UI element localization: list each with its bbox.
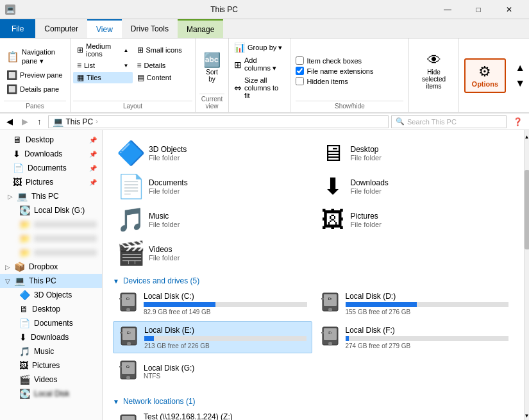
maximize-button[interactable]: □ [464,0,493,19]
network-section-title: Network locations (1) [123,397,196,406]
tile-name: Music [149,212,180,221]
help-button[interactable]: ❓ [509,116,526,128]
close-button[interactable]: ✕ [494,0,524,19]
sort-by-button[interactable]: 🔤 Sort by [199,49,224,85]
minimize-button[interactable]: — [433,0,462,19]
file-extensions-label[interactable]: File name extensions [296,67,403,75]
sidebar-item-pictures[interactable]: 🖼 Pictures [0,358,102,373]
tile-name: 3D Objects [149,145,187,154]
item-checkboxes-checkbox[interactable] [296,56,304,65]
scroll-down-arrow[interactable]: ▼ [525,409,530,420]
file-extensions-checkbox[interactable] [296,67,304,75]
drive-f-free: 274 GB free of 279 GB [346,342,509,349]
sidebar-item-downloads-quick[interactable]: ⬇ Downloads 📌 [0,147,102,161]
sidebar-label: This PC [29,276,56,285]
network-z-icon [118,411,139,420]
sidebar-item-localdisk-g[interactable]: 💽 Local Disk (G:) [0,203,102,217]
tab-view[interactable]: View [87,19,122,38]
sidebar-item-videos[interactable]: 🎬 Videos [0,373,102,387]
tile-info: Downloads File folder [351,178,389,195]
scroll-up-arrow[interactable]: ▲ [525,130,530,143]
size-all-columns-button[interactable]: ⇔ Size all columns to fit [231,75,287,101]
sidebar-item-documents-quick[interactable]: 📄 Documents 📌 [0,161,102,175]
sidebar-label: Downloads [31,333,69,342]
sidebar-item-dropbox[interactable]: ▷ 📦 Dropbox [0,260,102,274]
sidebar: 🖥 Desktop 📌 ⬇ Downloads 📌 📄 Documents 📌 … [0,130,103,420]
hidden-items-checkbox[interactable] [296,77,304,85]
ribbon-group-view-extra: 📊 Group by ▾ ⊞ Add columns ▾ ⇔ Size all … [229,38,290,112]
sidebar-item-desktop[interactable]: 🖥 Desktop [0,302,102,316]
sidebar-item-localdisk-g2[interactable]: 💽 Local Disk [0,387,102,401]
tab-drive-tools[interactable]: Drive Tools [122,19,178,38]
expand-icon: ▷ [5,264,10,271]
svg-text:D:: D: [328,297,332,301]
drive-item-e[interactable]: E: Local Disk (E:) 213 GB free of 226 GB [113,321,312,353]
svg-rect-18 [321,332,324,333]
pin-icon: 📌 [89,151,97,158]
tile-pictures[interactable]: 🖼 Pictures File folder [315,205,514,235]
tab-manage[interactable]: Manage [178,19,223,38]
item-checkboxes-label[interactable]: Item check boxes [296,56,403,65]
sidebar-item-downloads[interactable]: ⬇ Downloads [0,330,102,344]
sidebar-item-blurred-1[interactable]: 📁 [0,217,102,231]
options-button[interactable]: ⚙ Options [464,58,507,93]
main-layout: 🖥 Desktop 📌 ⬇ Downloads 📌 📄 Documents 📌 … [0,130,529,420]
list-button[interactable]: ≡ List ▼ [73,60,133,71]
tile-type: File folder [149,254,180,262]
sidebar-item-documents[interactable]: 📄 Documents [0,316,102,330]
back-button[interactable]: ◀ [3,115,17,128]
tab-file[interactable]: File [0,19,35,38]
sidebar-item-blurred-2[interactable]: 📁 [0,231,102,246]
ribbon-scroll-down[interactable]: ▼ [514,76,526,90]
details-pane-button[interactable]: 🔲 Details pane [4,83,66,96]
medium-icons-button[interactable]: ⊞ Medium icons ▲ [73,41,133,59]
address-input[interactable]: 💻 This PC › [48,115,389,128]
sidebar-label: Music [34,347,54,356]
ribbon-scroll-up[interactable]: ▲ [514,61,526,75]
sidebar-item-music[interactable]: 🎵 Music [0,344,102,358]
scrollbar[interactable]: ▲ ▼ [524,130,529,420]
scroll-thumb[interactable] [525,170,530,250]
drive-item-c[interactable]: C: Local Disk (C:) 82.9 GB free of 149 G… [113,288,312,319]
network-section-header[interactable]: ▼ Network locations (1) [113,392,514,408]
details-button[interactable]: ≡ Details [133,60,193,71]
drive-item-f[interactable]: F: Local Disk (F:) 274 GB free of 279 GB [315,321,514,353]
hide-selected-button[interactable]: 👁 Hide selected items [412,49,455,92]
tab-computer[interactable]: Computer [35,19,87,38]
forward-button[interactable]: ▶ [18,115,32,128]
sidebar-item-blurred-3[interactable]: 📁 [0,246,102,260]
tile-videos[interactable]: 🎬 Videos File folder [113,238,312,269]
tile-desktop[interactable]: 🖥 Desktop File folder [315,138,514,169]
preview-pane-button[interactable]: 🔲 Preview pane [4,69,66,81]
sidebar-item-thispc-active[interactable]: ▽ 💻 This PC [0,274,102,288]
tile-downloads[interactable]: ⬇ Downloads File folder [315,171,514,202]
drive-item-g[interactable]: G: Local Disk (G:) NTFS [113,356,312,387]
devices-section-header[interactable]: ▼ Devices and drives (5) [113,271,514,288]
title-bar-icons: 💻 [5,4,15,15]
sidebar-item-pictures-quick[interactable]: 🖼 Pictures 📌 [0,175,102,189]
small-icons-button[interactable]: ⊞ Small icons [133,41,193,59]
up-button[interactable]: ↑ [33,115,46,128]
blurred-icon: 📁 [19,248,30,258]
tile-3dobjects[interactable]: 🔷 3D Objects File folder [113,138,312,169]
tiles-button[interactable]: ▦ Tiles [73,72,133,83]
ribbon-group-hide-selected: 👁 Hide selected items . [409,38,458,112]
search-box[interactable]: 🔍 Search This PC [391,115,507,128]
sidebar-item-desktop-quick[interactable]: 🖥 Desktop 📌 [0,133,102,147]
drive-e-icon: E: [119,324,139,350]
drive-item-d[interactable]: D: Local Disk (D:) 155 GB free of 276 GB [315,288,514,319]
add-columns-button[interactable]: ⊞ Add columns ▾ [231,55,287,74]
group-by-button[interactable]: 📊 Group by ▾ [231,41,287,54]
hidden-items-label[interactable]: Hidden items [296,77,403,85]
drive-f-bar [346,336,349,341]
blurred-label [34,221,97,228]
sidebar-item-thispc-nav[interactable]: ▷ 💻 This PC [0,189,102,203]
tile-documents[interactable]: 📄 Documents File folder [113,171,312,202]
nav-pane-button[interactable]: 📋 Navigation pane ▾ [4,46,66,67]
content-button[interactable]: ▤ Content [133,72,193,83]
sidebar-item-3dobjects[interactable]: 🔷 3D Objects [0,288,102,302]
title-controls: — □ ✕ [433,0,524,19]
tile-music[interactable]: 🎵 Music File folder [113,205,312,235]
network-item-z[interactable]: Test (\\192.168.1.224) (Z:) 82.9 GB free… [113,408,514,420]
sidebar-label: Pictures [26,178,53,187]
